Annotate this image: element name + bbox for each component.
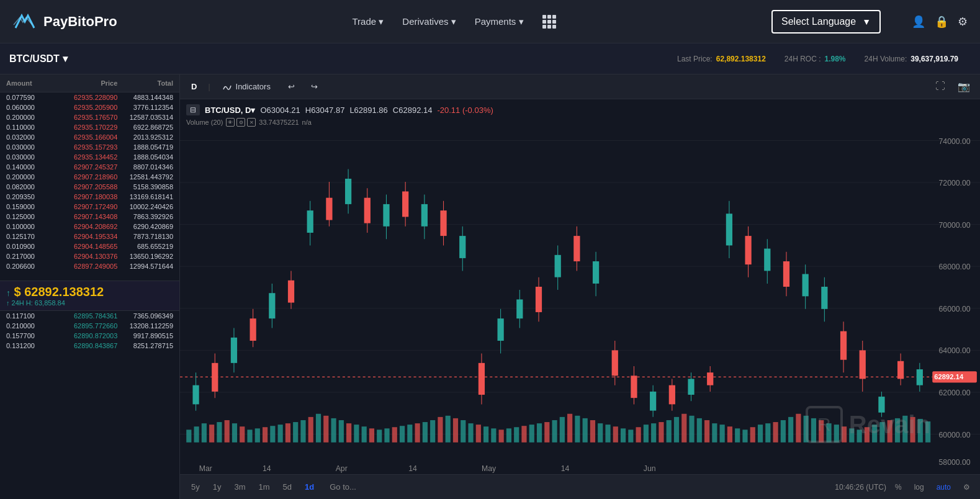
table-row[interactable]: 0.210000 62895.772660 13208.112259 (0, 321, 179, 331)
ob-price: 62907.172490 (62, 203, 118, 210)
nav-items: Trade ▾ Derivatives ▾ Payments ▾ (155, 15, 753, 29)
camera-icon[interactable]: 📷 (954, 79, 974, 94)
svg-rect-48 (346, 423, 351, 443)
svg-text:Mar: Mar (199, 464, 212, 473)
svg-rect-92 (681, 414, 686, 443)
last-price-value: 62,892.138312 (716, 55, 766, 63)
table-row[interactable]: 0.060000 62935.205900 3776.112354 (0, 102, 179, 112)
svg-rect-49 (354, 425, 359, 443)
table-row[interactable]: 0.140000 62907.245327 8807.014346 (0, 162, 179, 172)
language-selector[interactable]: Select Language ▼ (771, 10, 881, 34)
svg-rect-46 (331, 418, 336, 443)
svg-text:64000.00: 64000.00 (939, 346, 971, 355)
timeframe-day-button[interactable]: D (186, 79, 202, 94)
goto-button[interactable]: Go to... (322, 480, 364, 493)
market-bar: BTC/USDT ▾ Last Price: 62,892.138312 24H… (0, 43, 980, 74)
table-row[interactable]: 0.032000 62935.166004 2013.925312 (0, 132, 179, 142)
auto-mode-button[interactable]: auto (933, 482, 955, 493)
table-row[interactable]: 0.010900 62904.148565 685.655219 (0, 241, 179, 251)
price-arrow-icon: ↑ (6, 288, 11, 298)
svg-rect-176 (669, 385, 675, 405)
table-row[interactable]: 0.159000 62907.172490 10002.240426 (0, 202, 179, 212)
svg-text:70000.00: 70000.00 (939, 221, 971, 230)
vol-icon-eye[interactable]: 👁 (226, 118, 235, 127)
table-row[interactable]: 0.030000 62935.134452 1888.054034 (0, 152, 179, 162)
redo-button[interactable]: ↪ (306, 79, 323, 94)
chart-symbol[interactable]: BTC/USD, D▾ (205, 106, 255, 115)
volume-icons: 👁 ⚙ ✕ (226, 118, 256, 127)
log-mode-button[interactable]: log (910, 482, 928, 493)
svg-rect-138 (307, 210, 313, 233)
table-row[interactable]: 0.217000 62904.130376 13650.196292 (0, 251, 179, 261)
table-row[interactable]: 0.200000 62907.218960 12581.443792 (0, 172, 179, 182)
ob-price: 62935.205900 (62, 104, 118, 111)
chart-right-icons: ⛶ 📷 (932, 79, 974, 94)
undo-button[interactable]: ↩ (283, 79, 300, 94)
svg-rect-57 (415, 423, 420, 443)
svg-rect-40 (285, 423, 290, 443)
nav-payments[interactable]: Payments ▾ (475, 15, 524, 29)
chart-settings-icon[interactable]: ⚙ (960, 482, 974, 493)
timeframe-1d-button[interactable]: 1d (300, 480, 319, 493)
ob-price: 62907.205588 (62, 183, 118, 191)
table-row[interactable]: 0.200000 62935.176570 12587.035314 (0, 112, 179, 122)
volume-value: 39,637,919.79 (910, 55, 958, 63)
table-row[interactable]: 0.030000 62935.157293 1888.054719 (0, 142, 179, 152)
table-row[interactable]: 0.077590 62935.228090 4883.144348 (0, 92, 179, 102)
table-row[interactable]: 0.100000 62904.208692 6290.420869 (0, 222, 179, 232)
svg-text:14: 14 (561, 464, 570, 473)
chart-time: 10:46:26 (UTC) (835, 483, 886, 492)
svg-rect-53 (384, 428, 389, 443)
svg-rect-146 (383, 204, 389, 227)
vol-icon-close[interactable]: ✕ (247, 118, 256, 127)
timeframe-5y-button[interactable]: 5y (186, 480, 205, 493)
svg-text:14: 14 (408, 464, 417, 473)
timeframe-1m-button[interactable]: 1m (254, 480, 275, 493)
timeframe-5d-button[interactable]: 5d (278, 480, 297, 493)
ob-price: 62895.772660 (62, 322, 118, 330)
ob-amount: 0.030000 (6, 153, 62, 161)
table-row[interactable]: 0.209350 62907.180038 13169.618141 (0, 192, 179, 202)
indicators-button[interactable]: Indicators (217, 79, 277, 94)
svg-rect-85 (628, 429, 633, 442)
revain-logo-icon: R (806, 406, 843, 443)
table-row[interactable]: 0.131200 62890.843867 8251.278715 (0, 341, 179, 351)
ohlc-open: O63004.21 (260, 106, 300, 115)
table-row[interactable]: 0.125170 62904.195334 7873.718130 (0, 232, 179, 241)
vol-icon-settings[interactable]: ⚙ (236, 118, 245, 127)
ob-total: 13650.196292 (117, 253, 173, 260)
user-icon[interactable]: 👤 (912, 15, 925, 29)
table-row[interactable]: 0.206600 62897.249005 12994.571644 (0, 261, 179, 271)
ohlc-close: C62892.14 (393, 106, 433, 115)
timeframe-1y-button[interactable]: 1y (208, 480, 227, 493)
fullscreen-icon[interactable]: ⛶ (932, 79, 949, 94)
price-header: Price (62, 79, 118, 87)
percent-mode-button[interactable]: % (891, 482, 906, 493)
chart-pair-info: ⊟ BTC/USD, D▾ O63004.21 H63047.87 L62891… (186, 104, 493, 115)
svg-rect-78 (575, 416, 580, 443)
svg-rect-126 (192, 385, 199, 405)
lock-icon[interactable]: 🔒 (935, 15, 948, 29)
svg-rect-28 (194, 426, 199, 443)
table-row[interactable]: 0.117100 62895.784361 7365.096349 (0, 311, 179, 321)
svg-rect-106 (788, 417, 793, 443)
table-row[interactable]: 0.110000 62935.170229 6922.868725 (0, 122, 179, 132)
svg-text:72000.00: 72000.00 (939, 179, 971, 187)
table-row[interactable]: 0.125000 62907.143408 7863.392926 (0, 212, 179, 222)
ob-amount: 0.140000 (6, 163, 62, 171)
table-row[interactable]: 0.082000 62907.205588 5158.390858 (0, 182, 179, 192)
nav-trade[interactable]: Trade ▾ (353, 15, 384, 29)
settings-icon[interactable]: ⚙ (958, 15, 968, 29)
total-header: Total (117, 79, 173, 87)
nav-derivatives[interactable]: Derivatives ▾ (402, 15, 456, 29)
svg-rect-71 (521, 426, 526, 443)
pair-selector[interactable]: BTC/USDT ▾ (9, 53, 68, 65)
ob-price: 62907.218960 (62, 173, 118, 181)
grid-icon[interactable] (542, 15, 556, 29)
svg-rect-90 (667, 420, 672, 443)
svg-rect-82 (605, 425, 610, 443)
timeframe-3m-button[interactable]: 3m (229, 480, 250, 493)
svg-rect-34 (240, 426, 245, 443)
table-row[interactable]: 0.157700 62890.872003 9917.890515 (0, 331, 179, 341)
svg-text:60000.00: 60000.00 (939, 431, 971, 439)
